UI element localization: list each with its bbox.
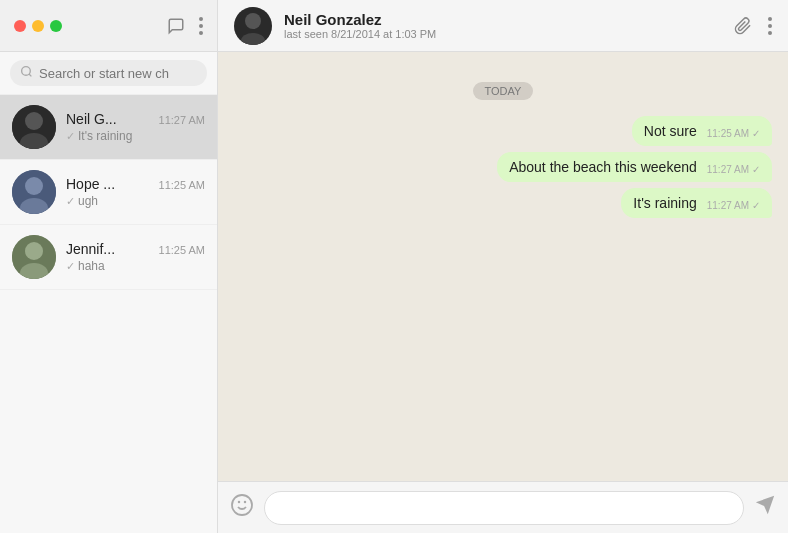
search-bar <box>0 52 217 95</box>
svg-line-4 <box>29 74 31 76</box>
sidebar: Neil G... 11:27 AM ✓ It's raining <box>0 0 218 533</box>
compose-button[interactable] <box>167 17 185 35</box>
minimize-button[interactable] <box>32 20 44 32</box>
search-wrapper <box>10 60 207 86</box>
chat-time-neil: 11:27 AM <box>159 114 205 126</box>
bubble-time-beach: 11:27 AM <box>707 164 749 175</box>
chat-preview-hope: ✓ ugh <box>66 194 205 208</box>
bubble-time-raining: 11:27 AM <box>707 200 749 211</box>
chat-header-actions <box>734 17 772 35</box>
svg-point-0 <box>199 17 203 21</box>
bubble-text-raining: It's raining <box>633 195 696 211</box>
message-row-raining: It's raining 11:27 AM ✓ <box>234 188 772 218</box>
chat-preview-neil: ✓ It's raining <box>66 129 205 143</box>
check-icon-jennifer: ✓ <box>66 260 75 273</box>
bubble-not-sure: Not sure 11:25 AM ✓ <box>632 116 772 146</box>
chat-preview-jennifer: ✓ haha <box>66 259 205 273</box>
chat-name-neil: Neil G... <box>66 111 117 127</box>
avatar-jennifer <box>12 235 56 279</box>
bubble-time-not-sure: 11:25 AM <box>707 128 749 139</box>
attachment-button[interactable] <box>734 17 752 35</box>
svg-point-3 <box>22 67 31 76</box>
message-row-not-sure: Not sure 11:25 AM ✓ <box>234 116 772 146</box>
bubble-raining: It's raining 11:27 AM ✓ <box>621 188 772 218</box>
chat-header-avatar <box>234 7 272 45</box>
bubble-check-not-sure: ✓ <box>752 128 760 139</box>
chat-item-neil[interactable]: Neil G... 11:27 AM ✓ It's raining <box>0 95 217 160</box>
avatar-hope <box>12 170 56 214</box>
bubble-text-not-sure: Not sure <box>644 123 697 139</box>
message-input[interactable] <box>264 491 744 525</box>
sidebar-actions <box>167 17 203 35</box>
search-icon <box>20 65 33 81</box>
chat-info-neil: Neil G... 11:27 AM ✓ It's raining <box>66 111 205 143</box>
chat-time-jennifer: 11:25 AM <box>159 244 205 256</box>
more-options-button[interactable] <box>199 17 203 35</box>
sidebar-header <box>0 0 217 52</box>
svg-point-12 <box>25 242 43 260</box>
bubble-meta-not-sure: 11:25 AM ✓ <box>707 128 760 139</box>
chat-item-jennifer[interactable]: Jennif... 11:25 AM ✓ haha <box>0 225 217 290</box>
svg-point-15 <box>245 13 261 29</box>
bubble-check-beach: ✓ <box>752 164 760 175</box>
svg-point-18 <box>768 24 772 28</box>
svg-point-17 <box>768 17 772 21</box>
check-icon-neil: ✓ <box>66 130 75 143</box>
chat-name-hope: Hope ... <box>66 176 115 192</box>
chat-info-hope: Hope ... 11:25 AM ✓ ugh <box>66 176 205 208</box>
chat-header-info: Neil Gonzalez last seen 8/21/2014 at 1:0… <box>284 11 722 40</box>
message-row-beach: About the beach this weekend 11:27 AM ✓ <box>234 152 772 182</box>
avatar-neil <box>12 105 56 149</box>
chat-header: Neil Gonzalez last seen 8/21/2014 at 1:0… <box>218 0 788 52</box>
chat-more-button[interactable] <box>768 17 772 35</box>
check-icon-hope: ✓ <box>66 195 75 208</box>
send-button[interactable] <box>754 494 776 521</box>
svg-point-9 <box>25 177 43 195</box>
chat-header-name: Neil Gonzalez <box>284 11 722 28</box>
messages-area: TODAY Not sure 11:25 AM ✓ About the beac… <box>218 52 788 481</box>
day-divider: TODAY <box>234 82 772 100</box>
chat-info-jennifer: Jennif... 11:25 AM ✓ haha <box>66 241 205 273</box>
bubble-check-raining: ✓ <box>752 200 760 211</box>
chat-item-hope[interactable]: Hope ... 11:25 AM ✓ ugh <box>0 160 217 225</box>
chat-name-jennifer: Jennif... <box>66 241 115 257</box>
svg-point-20 <box>232 495 252 515</box>
chat-header-status: last seen 8/21/2014 at 1:03 PM <box>284 28 722 40</box>
chat-time-hope: 11:25 AM <box>159 179 205 191</box>
chat-list: Neil G... 11:27 AM ✓ It's raining <box>0 95 217 533</box>
bubble-meta-raining: 11:27 AM ✓ <box>707 200 760 211</box>
svg-point-6 <box>25 112 43 130</box>
close-button[interactable] <box>14 20 26 32</box>
svg-point-2 <box>199 31 203 35</box>
input-area <box>218 481 788 533</box>
maximize-button[interactable] <box>50 20 62 32</box>
bubble-text-beach: About the beach this weekend <box>509 159 697 175</box>
day-badge: TODAY <box>473 82 534 100</box>
emoji-button[interactable] <box>230 493 254 523</box>
bubble-beach: About the beach this weekend 11:27 AM ✓ <box>497 152 772 182</box>
bubble-meta-beach: 11:27 AM ✓ <box>707 164 760 175</box>
chat-area: Neil Gonzalez last seen 8/21/2014 at 1:0… <box>218 0 788 533</box>
traffic-lights <box>14 20 62 32</box>
search-input[interactable] <box>39 66 197 81</box>
svg-point-19 <box>768 31 772 35</box>
svg-point-1 <box>199 24 203 28</box>
